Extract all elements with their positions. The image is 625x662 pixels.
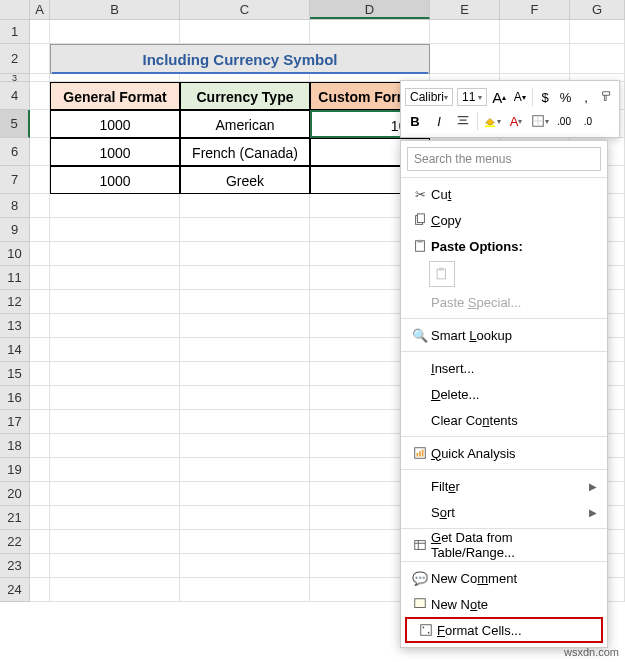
decrease-decimal-button[interactable]: .0 xyxy=(578,111,598,131)
col-header-e[interactable]: E xyxy=(430,0,500,19)
row-header[interactable]: 4 xyxy=(0,82,30,110)
row-header[interactable]: 12 xyxy=(0,290,30,314)
borders-button[interactable]: ▾ xyxy=(530,111,550,131)
fill-color-button[interactable]: ▾ xyxy=(482,111,502,131)
menu-paste-special: Paste Special... xyxy=(401,289,607,315)
svg-rect-7 xyxy=(439,268,443,271)
chevron-down-icon: ▾ xyxy=(478,93,482,102)
menu-label: Copy xyxy=(431,213,597,228)
menu-smart-lookup[interactable]: 🔍 Smart Lookup xyxy=(401,322,607,348)
svg-point-15 xyxy=(423,627,425,629)
row-header[interactable]: 14 xyxy=(0,338,30,362)
menu-label: Get Data from Table/Range... xyxy=(431,530,597,560)
percent-format-button[interactable]: % xyxy=(557,87,574,107)
row-header[interactable]: 6 xyxy=(0,138,30,166)
menu-label: Insert... xyxy=(431,361,597,376)
row-header[interactable]: 24 xyxy=(0,578,30,602)
increase-decimal-button[interactable]: .00 xyxy=(554,111,574,131)
menu-label: Format Cells... xyxy=(437,623,591,638)
context-menu: Search the menus ✂ Cut Copy Paste Option… xyxy=(400,140,608,648)
accounting-format-button[interactable]: $ xyxy=(537,87,554,107)
row-header[interactable]: 1 xyxy=(0,20,30,44)
font-family-dropdown[interactable]: Calibri▾ xyxy=(405,88,453,106)
row-header[interactable]: 22 xyxy=(0,530,30,554)
bold-button[interactable]: B xyxy=(405,111,425,131)
font-size: 11 xyxy=(462,90,475,104)
svg-rect-5 xyxy=(417,240,422,243)
row-header[interactable]: 3 xyxy=(0,74,30,82)
row-header[interactable]: 17 xyxy=(0,410,30,434)
cell-c5[interactable]: American xyxy=(180,110,310,138)
cell-c6[interactable]: French (Canada) xyxy=(180,138,310,166)
cell-b5[interactable]: 1000 xyxy=(50,110,180,138)
row-header[interactable]: 13 xyxy=(0,314,30,338)
increase-font-button[interactable]: A▴ xyxy=(491,87,508,107)
menu-new-comment[interactable]: 💬 New Comment xyxy=(401,565,607,591)
row-header[interactable]: 2 xyxy=(0,44,30,74)
row-header[interactable]: 18 xyxy=(0,434,30,458)
row-header[interactable]: 8 xyxy=(0,194,30,218)
align-center-button[interactable] xyxy=(453,111,473,131)
svg-point-16 xyxy=(428,632,430,634)
row-header[interactable]: 15 xyxy=(0,362,30,386)
menu-sort[interactable]: Sort ▶ xyxy=(401,499,607,525)
row-header[interactable]: 9 xyxy=(0,218,30,242)
svg-rect-0 xyxy=(485,125,496,127)
menu-label: Delete... xyxy=(431,387,597,402)
header-currency-type[interactable]: Currency Type xyxy=(180,82,310,110)
menu-new-note[interactable]: New Note xyxy=(401,591,607,617)
font-size-dropdown[interactable]: 11▾ xyxy=(457,88,487,106)
column-header-row: A B C D E F G xyxy=(0,0,625,20)
submenu-arrow-icon: ▶ xyxy=(589,507,597,518)
decrease-font-button[interactable]: A▾ xyxy=(511,87,528,107)
menu-label: Sort xyxy=(431,505,589,520)
col-header-b[interactable]: B xyxy=(50,0,180,19)
mini-toolbar: Calibri▾ 11▾ A▴ A▾ $ % , B I ▾ A▾ ▾ .00 … xyxy=(400,80,620,138)
menu-label: New Note xyxy=(431,597,597,612)
menu-delete[interactable]: Delete... xyxy=(401,381,607,407)
italic-button[interactable]: I xyxy=(429,111,449,131)
menu-get-data[interactable]: Get Data from Table/Range... xyxy=(401,532,607,558)
format-painter-button[interactable] xyxy=(598,87,615,107)
menu-cut[interactable]: ✂ Cut xyxy=(401,181,607,207)
header-general-format[interactable]: General Format xyxy=(50,82,180,110)
svg-rect-12 xyxy=(415,541,426,550)
row-header[interactable]: 16 xyxy=(0,386,30,410)
col-header-d[interactable]: D xyxy=(310,0,430,19)
cell-c7[interactable]: Greek xyxy=(180,166,310,194)
note-icon xyxy=(409,597,431,611)
select-all-corner[interactable] xyxy=(0,0,30,19)
col-header-g[interactable]: G xyxy=(570,0,625,19)
row-header[interactable]: 7 xyxy=(0,166,30,194)
comma-format-button[interactable]: , xyxy=(578,87,595,107)
chevron-down-icon: ▾ xyxy=(444,93,448,102)
menu-format-cells[interactable]: Format Cells... xyxy=(405,617,603,643)
col-header-f[interactable]: F xyxy=(500,0,570,19)
menu-clear-contents[interactable]: Clear Contents xyxy=(401,407,607,433)
row-header[interactable]: 11 xyxy=(0,266,30,290)
menu-insert[interactable]: Insert... xyxy=(401,355,607,381)
menu-filter[interactable]: Filter ▶ xyxy=(401,473,607,499)
font-name: Calibri xyxy=(410,90,444,104)
menu-copy[interactable]: Copy xyxy=(401,207,607,233)
col-header-c[interactable]: C xyxy=(180,0,310,19)
row-header[interactable]: 10 xyxy=(0,242,30,266)
cell-b7[interactable]: 1000 xyxy=(50,166,180,194)
row-header[interactable]: 5 xyxy=(0,110,30,138)
cell-b6[interactable]: 1000 xyxy=(50,138,180,166)
title-underline xyxy=(52,72,428,74)
menu-quick-analysis[interactable]: Quick Analysis xyxy=(401,440,607,466)
svg-rect-9 xyxy=(417,453,419,457)
row-header[interactable]: 23 xyxy=(0,554,30,578)
row-header[interactable]: 20 xyxy=(0,482,30,506)
chevron-down-icon: ▾ xyxy=(518,117,522,126)
font-color-button[interactable]: A▾ xyxy=(506,111,526,131)
row-header[interactable]: 19 xyxy=(0,458,30,482)
title-cell[interactable]: Including Currency Symbol xyxy=(50,44,430,74)
row-header[interactable]: 21 xyxy=(0,506,30,530)
col-header-a[interactable]: A xyxy=(30,0,50,19)
menu-search-input[interactable]: Search the menus xyxy=(407,147,601,171)
menu-label: Cut xyxy=(431,187,597,202)
paste-option-button[interactable] xyxy=(429,261,455,287)
copy-icon xyxy=(409,213,431,227)
